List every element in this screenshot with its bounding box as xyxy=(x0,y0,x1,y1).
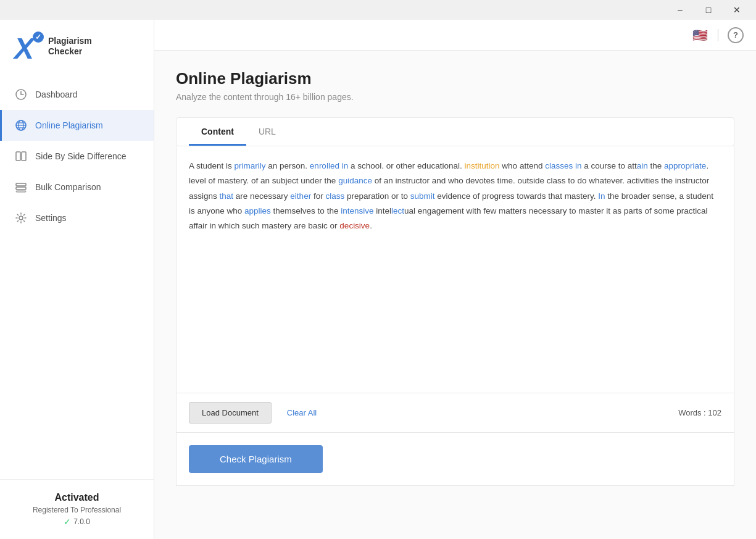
highlight-12: class xyxy=(325,191,344,201)
words-count: Words : 102 xyxy=(678,408,721,417)
svg-point-14 xyxy=(19,216,23,220)
svg-text:✓: ✓ xyxy=(35,33,41,41)
svg-text:X: X xyxy=(12,32,36,62)
sidebar-item-label: Side By Side Difference xyxy=(35,151,127,161)
highlight-4: institution xyxy=(465,161,500,170)
gear-icon xyxy=(14,211,28,225)
svg-rect-11 xyxy=(16,183,26,186)
bottom-toolbar: Load Document Clear All Words : 102 xyxy=(176,393,734,433)
tab-content[interactable]: Content xyxy=(189,118,246,146)
globe-icon xyxy=(14,119,28,132)
highlight-11: either xyxy=(290,191,311,201)
version-label: ✓ 7.0.0 xyxy=(12,517,141,527)
highlight-6: in xyxy=(575,161,582,170)
svg-rect-10 xyxy=(22,152,26,161)
tab-url[interactable]: URL xyxy=(246,118,288,146)
maximize-button[interactable]: □ xyxy=(694,0,723,20)
page-content: Online Plagiarism Analyze the content th… xyxy=(154,51,756,539)
load-document-button[interactable]: Load Document xyxy=(189,402,272,424)
columns-icon xyxy=(14,149,28,163)
layers-icon xyxy=(14,180,28,194)
main-content: 🇺🇸 ? Online Plagiarism Analyze the conte… xyxy=(154,20,756,539)
highlight-2: enrolled xyxy=(310,161,339,170)
highlight-10: that xyxy=(220,191,234,201)
content-text-area[interactable]: A student is primarily an person. enroll… xyxy=(176,146,734,393)
highlight-9: guidance xyxy=(338,176,372,185)
version-number: 7.0.0 xyxy=(73,517,90,526)
highlight-16: intensive xyxy=(341,206,373,215)
sidebar-item-label: Bulk Comparison xyxy=(35,182,101,192)
highlight-14: In xyxy=(598,191,605,201)
sidebar-item-side-by-side[interactable]: Side By Side Difference xyxy=(0,141,154,172)
check-button-area: Check Plagiarism xyxy=(176,433,734,486)
sidebar-item-label: Online Plagiarism xyxy=(35,120,103,130)
sidebar-item-label: Dashboard xyxy=(35,90,78,99)
highlight-15: applies xyxy=(244,206,271,215)
svg-rect-9 xyxy=(16,152,20,161)
tabs-container: Content URL xyxy=(176,117,734,146)
sidebar-item-online-plagiarism[interactable]: Online Plagiarism xyxy=(0,110,154,141)
logo-line1: Plagiarism xyxy=(48,36,92,46)
logo-svg: X ✓ xyxy=(11,31,48,62)
logo-line2: Checker xyxy=(48,46,92,57)
sidebar-item-bulk-comparison[interactable]: Bulk Comparison xyxy=(0,172,154,203)
highlight-3: in xyxy=(342,161,349,170)
close-button[interactable]: ✕ xyxy=(723,0,751,20)
svg-rect-12 xyxy=(16,187,26,190)
page-title: Online Plagiarism xyxy=(176,69,734,88)
sidebar: X ✓ Plagiarism Checker Dashboard xyxy=(0,20,154,539)
logo-area: X ✓ Plagiarism Checker xyxy=(0,20,154,79)
help-button[interactable]: ? xyxy=(728,27,744,43)
sidebar-item-settings[interactable]: Settings xyxy=(0,203,154,233)
highlight-18: decisive xyxy=(339,221,370,230)
activated-label: Activated xyxy=(12,492,141,503)
sidebar-footer: Activated Registered To Professional ✓ 7… xyxy=(0,479,154,539)
logo-icon-area: X ✓ xyxy=(11,31,48,62)
highlight-13: submit xyxy=(410,191,435,201)
topbar: 🇺🇸 ? xyxy=(154,20,756,51)
page-subtitle: Analyze the content through 16+ billion … xyxy=(176,92,734,102)
logo-text: Plagiarism Checker xyxy=(48,36,92,57)
dashboard-icon xyxy=(14,88,28,101)
titlebar: – □ ✕ xyxy=(0,0,756,20)
svg-rect-13 xyxy=(16,191,26,192)
topbar-divider xyxy=(718,29,718,41)
highlight-7: ain xyxy=(637,161,648,170)
highlight-17: lect xyxy=(391,206,404,215)
clear-all-button[interactable]: Clear All xyxy=(281,403,323,423)
sidebar-item-dashboard[interactable]: Dashboard xyxy=(0,79,154,110)
sidebar-item-label: Settings xyxy=(35,213,67,223)
highlight-1: primarily xyxy=(235,161,266,170)
highlight-8: appropriate xyxy=(664,161,706,170)
language-flag[interactable]: 🇺🇸 xyxy=(691,29,708,41)
navigation: Dashboard Online Plagiarism xyxy=(0,79,154,233)
app-container: X ✓ Plagiarism Checker Dashboard xyxy=(0,20,756,539)
highlight-5: classes xyxy=(545,161,573,170)
registered-label: Registered To Professional xyxy=(12,506,141,514)
checkmark-icon: ✓ xyxy=(64,517,71,527)
text-content-display: A student is primarily an person. enroll… xyxy=(189,159,721,233)
minimize-button[interactable]: – xyxy=(666,0,694,20)
check-plagiarism-button[interactable]: Check Plagiarism xyxy=(189,445,323,473)
